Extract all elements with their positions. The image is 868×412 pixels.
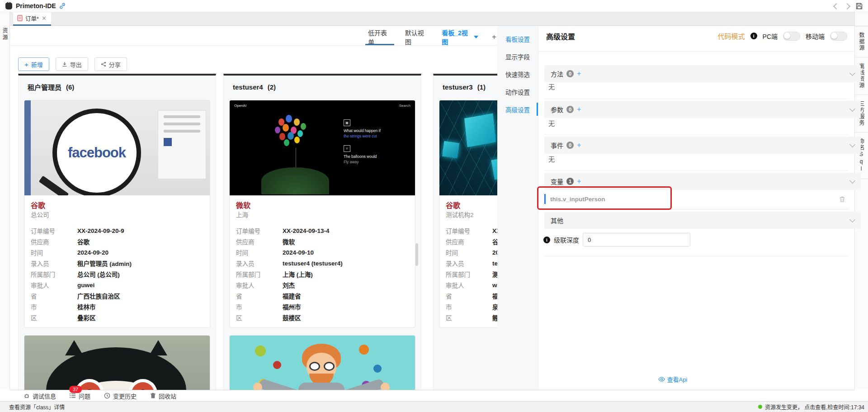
card-field-row: 所属部门总公司 (总公司) [31,269,203,279]
settings-nav-board[interactable]: 看板设置 [497,30,538,47]
order-card[interactable]: 谷歌 测试机构2 订单编号XX-2 供应商谷歌 时间202 录入员test 所属… [439,100,497,328]
save-icon[interactable] [856,3,863,9]
trash-icon[interactable] [839,196,845,203]
settings-nav-advanced[interactable]: 高级设置 [497,100,538,118]
view-api-link[interactable]: 查看Api [497,375,848,384]
column-header: 租户管理员 (6) [19,76,216,98]
primeton-ide-window: Primeton-IDE 订单* ✕ 资源 数据源 离线资源 三方服务 [0,0,868,412]
view-tab-board2-view[interactable]: 看板_2视图 [441,29,479,45]
card-field-row: 区鼓楼区 [236,312,409,323]
card-image-facebook: facebook [24,100,210,195]
nav-back-icon[interactable] [833,3,840,9]
pc-toggle[interactable] [783,32,800,41]
issues-count-badge: 37 [69,386,82,393]
mobile-toggle[interactable] [830,32,847,41]
tab-order[interactable]: 订单* ✕ [13,12,51,26]
chevron-down-icon[interactable] [849,142,855,147]
share-button[interactable]: 分享 [94,57,127,71]
card-field-row: 时间202 [446,247,497,258]
share-icon [101,62,106,67]
list-icon [70,393,76,398]
card-field-row: 时间2024-09-20 [31,247,203,258]
card-field-row: 所属部门测试 [446,269,497,279]
card-field-row: 审批人wan [446,279,497,290]
main-content: 低开表单 默认视图 看板_2视图 + + 新增 导出 [10,26,497,390]
card-field-row: 所属部门上海 (上海) [236,269,409,279]
info-icon: i [543,237,550,243]
card-image-openai: OpenAI Search [230,100,415,195]
settings-nav-quick-filter[interactable]: 快速筛选 [497,65,538,83]
column-count: (1) [477,83,486,91]
section-variables[interactable]: 变量 1 + [544,173,861,190]
card-field-row: 供应商谷歌 [31,236,203,247]
panel-title: 高级设置 [546,31,575,42]
column-header: testuser4 (2) [224,76,421,98]
cascade-depth-row: i 级联深度 [543,233,690,246]
eye-icon [658,377,665,382]
app-title: Primeton-IDE [16,2,56,9]
variable-name-input[interactable]: this.v_inputPerson [550,196,605,203]
right-rail-datasource[interactable]: 数据源 [855,26,868,57]
column-header: testuser3 (1) [434,76,497,98]
order-card[interactable]: facebook 谷歌 总公司 订单编号XX-2024-09-20-9 供应商谷… [24,100,210,328]
view-tab-lowcode-form[interactable]: 低开表单 [367,29,392,45]
card-subtitle: 总公司 [31,211,203,220]
status-resource-changed[interactable]: 资源发生变更， 点击查看,检查时间:17:34 [758,403,864,411]
debug-icon [24,393,30,399]
settings-nav-display-fields[interactable]: 显示字段 [497,47,538,65]
card-field-row: 区叠彩区 [31,312,203,323]
view-tab-default-view[interactable]: 默认视图 [404,29,429,45]
section-params[interactable]: 参数 0 + [544,101,861,118]
plus-icon: + [24,61,28,68]
column-count: (6) [66,83,74,91]
chevron-down-icon[interactable] [849,106,855,112]
card-image-developer-cartoon [230,336,415,390]
debug-info-button[interactable]: 调试信息 [24,392,56,400]
left-rail: 资源 [0,12,10,390]
lines-icon: ≡ [344,145,350,152]
link-icon[interactable] [59,3,66,9]
chevron-down-icon[interactable] [849,178,855,184]
recycle-bin-button[interactable]: 回收站 [150,392,176,400]
card-field-row: 省福建 [446,290,497,301]
mobile-label: 移动端 [806,32,825,41]
column-scrollbar-thumb[interactable] [415,243,418,266]
right-rail-spacer [855,12,868,26]
section-methods[interactable]: 方法 0 + [544,65,861,82]
count-badge: 0 [566,70,574,77]
kanban-column-tenant-admin: 租户管理员 (6) facebook 谷歌 总公司 [18,74,216,390]
add-view-button[interactable]: + [491,29,497,45]
add-method-icon[interactable]: + [577,70,581,78]
cascade-depth-input[interactable] [583,233,690,246]
settings-nav-actions[interactable]: 动作设置 [497,83,538,100]
change-history-button[interactable]: 变更历史 [104,392,137,400]
export-button[interactable]: 导出 [56,57,88,71]
nav-forward-icon[interactable] [844,3,850,9]
tab-close-icon[interactable]: ✕ [42,15,47,21]
card-field-row: 录入员租户管理员 (admin) [31,258,203,269]
card-field-row: 市福州市 [236,301,409,312]
action-toolbar: + 新增 导出 分享 [18,57,127,71]
code-mode-link[interactable]: 代码模式 [718,31,745,41]
left-rail-resources[interactable]: 资源 [1,28,9,41]
variable-row[interactable]: this.v_inputPerson [544,190,848,208]
card-field-row: 审批人guwei [31,279,203,290]
section-events[interactable]: 事件 0 + [544,137,861,154]
order-card[interactable] [229,335,415,390]
tab-order-label: 订单* [25,14,39,23]
trash-icon [150,393,156,399]
magnifier-lens: facebook [52,109,141,195]
card-subtitle: 上海 [236,211,409,220]
add-param-icon[interactable]: + [577,105,581,114]
add-variable-icon[interactable]: + [577,177,581,185]
chevron-down-icon[interactable] [849,70,855,76]
card-field-row: 市桂林市 [31,301,203,312]
add-event-icon[interactable]: + [577,141,581,149]
order-card[interactable]: OpenAI Search [229,100,415,328]
add-button[interactable]: + 新增 [18,57,49,71]
order-card[interactable] [24,335,210,390]
kanban-column-testuser3: testuser3 (1) 谷歌 测试机构2 订单编号XX-2 供应商谷歌 时间… [433,74,497,390]
section-other[interactable]: 其他 [544,212,861,229]
settings-nav: 看板设置 显示字段 快速筛选 动作设置 高级设置 [497,26,538,394]
chevron-down-icon[interactable] [849,217,855,223]
